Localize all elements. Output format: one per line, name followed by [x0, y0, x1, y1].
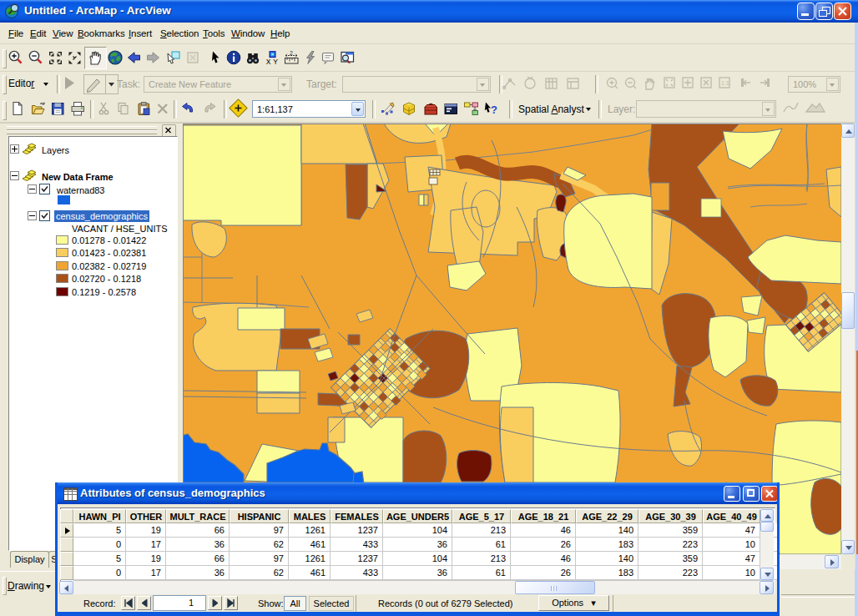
svg-text:?: ? [491, 104, 497, 116]
svg-text:Y: Y [273, 58, 278, 66]
svg-text:2: 2 [290, 50, 293, 56]
svg-text:X: X [266, 58, 271, 66]
svg-text:1:1: 1:1 [721, 80, 729, 86]
